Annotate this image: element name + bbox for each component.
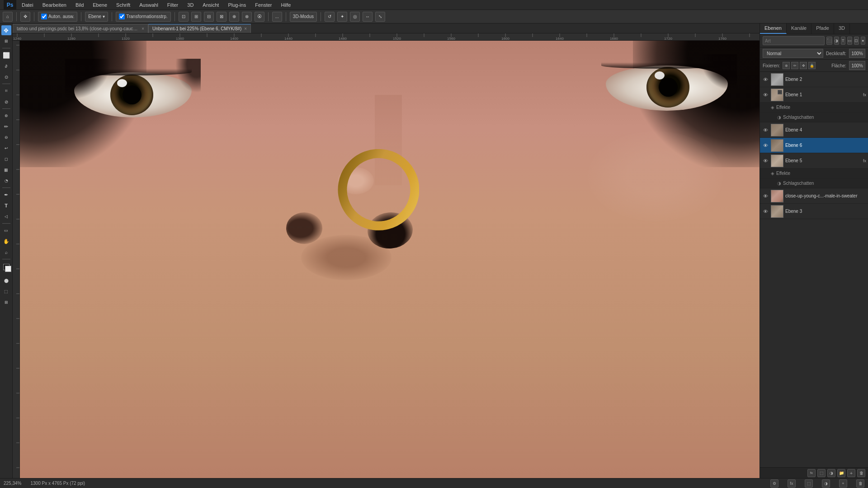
align-bottom-icon[interactable]: ⊗ [242,12,252,22]
tab-pfade[interactable]: Pfade [811,23,834,34]
layer-fx-ebene5[interactable]: fx [863,159,866,163]
3d-mode-btn[interactable]: 3D-Modus [290,12,317,22]
layer-group-btn[interactable]: 📁 [837,469,845,477]
brush-btn[interactable]: ✏ [1,122,11,131]
layer-vis-photo[interactable]: 👁 [762,192,769,200]
lock-all-icon[interactable]: 🔒 [808,62,816,69]
slide-icon[interactable]: ↔ [363,12,373,22]
more-options-btn[interactable]: ... [272,12,282,22]
layer-ebene5[interactable]: 👁 Ebene 5 fx [760,153,868,169]
menu-item-ansicht[interactable]: Ansicht [199,1,222,9]
color-swatch[interactable] [1,262,11,272]
filter-shape-icon[interactable]: ▭ [847,37,852,45]
quick-mask-btn[interactable]: ⬤ [1,276,11,286]
move-tool-option[interactable]: ✥ [20,12,30,22]
lock-draw-icon[interactable]: ✏ [791,62,798,69]
crop-btn[interactable]: ⌗ [1,86,11,96]
quick-select-btn[interactable]: ⊙ [1,72,11,82]
zoom-btn[interactable]: ⌕ [1,247,11,257]
layer-vis-ebene1[interactable]: 👁 [762,91,769,99]
lock-pos-icon[interactable]: ⊕ [783,62,790,69]
home-icon[interactable]: ⌂ [3,12,13,22]
path-select-btn[interactable]: ◁ [1,211,11,221]
status-layer[interactable]: + [839,479,847,488]
hand-btn[interactable]: ✋ [1,236,11,246]
tab-0[interactable]: tattoo und piercings.psdc bei 13,8% (clo… [13,24,148,33]
eyedropper-btn[interactable]: ⊘ [1,97,11,107]
layer-adjustment-btn[interactable]: ◑ [827,469,835,477]
menu-item-filter[interactable]: Filter [164,1,182,9]
rotate-icon[interactable]: ↺ [325,12,335,22]
layer-ebene6[interactable]: 👁 Ebene 6 [760,138,868,153]
layer-ebene2[interactable]: 👁 Ebene 2 [760,72,868,87]
screen-mode-btn[interactable]: ⬚ [1,286,11,296]
tab-0-close[interactable]: × [142,26,144,31]
transform-checkbox[interactable] [119,14,125,19]
layer-vis-ebene4[interactable]: 👁 [762,127,769,134]
scale-icon[interactable]: ⤡ [375,12,385,22]
shape-btn[interactable]: ▭ [1,225,11,235]
transform-btn[interactable]: Transformationsstrp. [116,12,170,22]
menu-item-3d[interactable]: 3D [184,1,197,9]
tab-ebenen[interactable]: Ebenen [760,23,787,34]
layer-mask-btn[interactable]: ⬚ [817,469,826,477]
status-trash[interactable]: 🗑 [856,479,864,488]
tab-kanaele[interactable]: Kanäle [787,23,811,34]
align-left-icon[interactable]: ⊡ [179,12,189,22]
menu-item-auswahl[interactable]: Auswahl [136,1,162,9]
status-settings[interactable]: ⚙ [770,479,778,488]
tab-3d[interactable]: 3D [834,23,850,34]
status-fx[interactable]: fx [788,479,796,488]
auto-select-checkbox[interactable] [41,14,47,19]
eraser-btn[interactable]: ◻ [1,154,11,164]
history-brush-btn[interactable]: ↩ [1,143,11,153]
dodge-btn[interactable]: ◔ [1,176,11,186]
layer-new-btn[interactable]: + [847,469,855,477]
status-adjust[interactable]: ◑ [822,479,830,488]
opacity-input[interactable] [849,49,865,58]
artboard-tool-btn[interactable]: ⊞ [1,36,11,46]
menu-item-bearbeiten[interactable]: Bearbeiten [39,1,70,9]
lock-move-icon[interactable]: ✥ [800,62,807,69]
layer-vis-ebene2[interactable]: 👁 [762,76,769,83]
menu-item-fenster[interactable]: Fenster [251,1,275,9]
move-tool-btn[interactable]: ✥ [1,25,11,35]
menu-item-schrift[interactable]: Schrift [113,1,134,9]
layer-fx-btn[interactable]: fx [807,469,816,477]
spot-heal-btn[interactable]: ⊛ [1,111,11,121]
align-top-icon[interactable]: ⊠ [217,12,226,22]
pan-icon[interactable]: ✦ [337,12,347,22]
align-center-h-icon[interactable]: ⊞ [191,12,201,22]
background-color-box[interactable] [5,266,11,272]
layer-delete-btn[interactable]: 🗑 [857,469,865,477]
lasso-btn[interactable]: ∂ [1,61,11,71]
layer-ebene4[interactable]: 👁 Ebene 4 [760,122,868,138]
fill-input[interactable] [849,61,865,70]
status-mask[interactable]: ⬚ [805,479,813,488]
rectangular-marquee-btn[interactable]: ⬜ [1,50,11,60]
filter-pixel-icon[interactable]: ⬛ [826,37,832,45]
filter-toggle[interactable]: ● [861,37,866,45]
layer-dropdown[interactable]: Ebene ▾ [85,12,108,22]
roll-icon[interactable]: ◎ [350,12,360,22]
layer-fx-ebene1[interactable]: fx [863,93,866,97]
blend-mode-select[interactable]: Normal [763,49,823,58]
filter-smart-icon[interactable]: ⊡ [854,37,859,45]
menu-item-ebene[interactable]: Ebene [89,1,111,9]
clone-stamp-btn[interactable]: ⊖ [1,132,11,142]
layer-vis-ebene3[interactable]: 👁 [762,208,769,215]
align-right-icon[interactable]: ⊟ [204,12,214,22]
canvas-image-area[interactable] [20,41,760,478]
layer-search-input[interactable] [763,36,825,45]
align-center-v-icon[interactable]: ⊕ [229,12,239,22]
menu-item-datei[interactable]: Datei [18,1,37,9]
filter-adjust-icon[interactable]: ◑ [834,37,839,45]
filter-type-icon[interactable]: T [841,37,846,45]
auto-select-btn[interactable]: Auton. ausw. [38,12,77,22]
type-btn[interactable]: T [1,201,11,211]
layer-ebene3[interactable]: 👁 Ebene 3 [760,204,868,219]
layer-ebene1[interactable]: 👁 ⬚ Ebene 1 fx [760,87,868,103]
pen-btn[interactable]: ✒ [1,190,11,200]
menu-item-plugins[interactable]: Plug-ins [224,1,250,9]
tab-1-close[interactable]: × [244,26,247,31]
